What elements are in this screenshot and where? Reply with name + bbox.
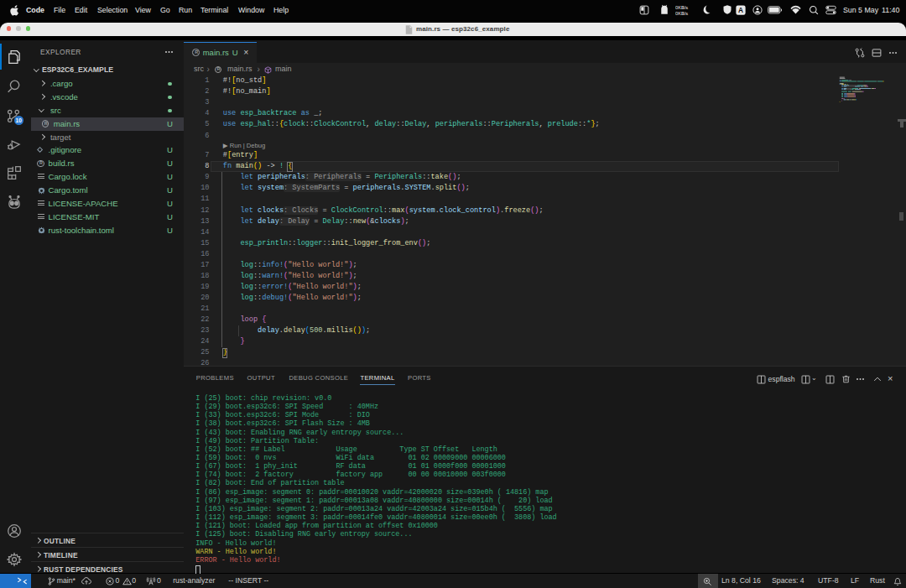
svg-text:0KB/s: 0KB/s (675, 11, 688, 16)
svg-text:A: A (738, 7, 743, 14)
svg-text:0KB/s: 0KB/s (675, 5, 688, 10)
